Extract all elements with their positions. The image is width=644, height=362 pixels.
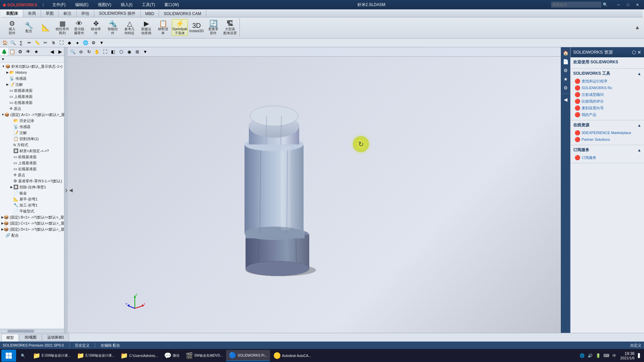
- sidebar-icon-settings[interactable]: ⚙: [561, 66, 570, 74]
- show-hide-button[interactable]: 👁 显示隐藏零件: [71, 19, 87, 36]
- taskbar-solidworks[interactable]: 🔵 SOLIDWORKS Pr...: [226, 350, 270, 361]
- link-partner[interactable]: 🔴 Partner Solutions: [573, 136, 641, 143]
- start-button[interactable]: [1, 350, 16, 362]
- large-assembly-button[interactable]: 🏗 大型装配体设置: [222, 19, 238, 36]
- view-more[interactable]: ▼: [142, 48, 149, 56]
- view-rotate[interactable]: ↻: [85, 48, 93, 56]
- toolbar-collapse[interactable]: ▲: [635, 24, 641, 31]
- link-injection[interactable]: 🔴 注射成型顾问: [573, 91, 641, 98]
- tree-fixed-c[interactable]: ▶ 📦 (固定) C<1> ->?(默认<<默认>_显...: [0, 220, 64, 226]
- tree-origin2[interactable]: ✛ 原点: [0, 172, 64, 178]
- sidebar-icon-star[interactable]: ★: [561, 75, 570, 83]
- tab-annotation[interactable]: 标注: [59, 10, 76, 17]
- sidebar-icon-gear2[interactable]: ⚙: [561, 84, 570, 92]
- show-desktop-btn[interactable]: ▋: [636, 352, 643, 359]
- linear-pattern-button[interactable]: ▦ 线性零件阵列: [54, 19, 70, 36]
- view-btn-settings[interactable]: ⚙: [90, 39, 97, 47]
- sys-icon-battery[interactable]: 🔋: [595, 352, 601, 359]
- tree-material[interactable]: 🔲 材质<未指定->->?: [0, 148, 64, 154]
- search-input[interactable]: [551, 2, 601, 8]
- tab-sw-cam[interactable]: SOLIDWORKS CAM: [159, 10, 206, 17]
- expand-root[interactable]: ▼: [1, 65, 5, 68]
- instant3d-button[interactable]: 3D Instant3D: [189, 19, 205, 36]
- panel-collapse-handle[interactable]: ❯: [64, 47, 68, 333]
- tree-process[interactable]: 🔧 加工-折弯1: [0, 202, 64, 208]
- subscription-collapse[interactable]: ▲: [637, 148, 641, 153]
- tree-base[interactable]: ⚙ 基准零件-零件3-1->?(默认): [0, 178, 64, 184]
- panel-expand-icon[interactable]: ⬡: [632, 50, 636, 55]
- menubar-edit[interactable]: 编辑(E): [72, 0, 92, 9]
- view-btn-sum[interactable]: ∑: [17, 39, 25, 47]
- mate-button[interactable]: 🔧 配合: [21, 19, 37, 36]
- view-section[interactable]: ◧: [109, 48, 117, 56]
- scrollbar-thumb[interactable]: [7, 330, 34, 333]
- tree-origin[interactable]: ✛ 原点: [0, 106, 64, 112]
- replace-component-button[interactable]: 🔄 更换零部件: [205, 19, 221, 36]
- taskbar-file-explorer1[interactable]: 📁 E:\SW钣金设计课...: [30, 350, 73, 361]
- restore-button[interactable]: □: [624, 2, 632, 8]
- view-fit[interactable]: ⛶: [101, 48, 109, 56]
- expand-fixed-b[interactable]: ▶: [1, 216, 4, 219]
- sidebar-icon-home[interactable]: 🏠: [561, 49, 570, 57]
- tree-annot2[interactable]: 📝 注解: [0, 130, 64, 136]
- tree-annotation[interactable]: ▶ 📝 注解: [0, 81, 64, 87]
- tab-layout[interactable]: 布局: [23, 10, 41, 17]
- left-panel-collapse[interactable]: ◀: [69, 187, 73, 193]
- tree-flat[interactable]: 📄 平板型式: [0, 208, 64, 214]
- view-btn-pencil[interactable]: ✏: [25, 39, 33, 47]
- link-sw-rx[interactable]: 🔴 SOLIDWORKS Rx: [573, 84, 641, 91]
- tab-mbd[interactable]: MBD: [141, 10, 159, 17]
- expand-fixed-a[interactable]: ▼: [1, 113, 4, 116]
- speedpak-button[interactable]: ⚡ Speedpak子装体: [172, 19, 188, 36]
- view-btn-more[interactable]: ▼: [98, 39, 105, 47]
- tree-sheet[interactable]: 📄 钣金: [0, 190, 64, 196]
- tree-sensor2[interactable]: 📡 传感器: [0, 124, 64, 130]
- view-zoom-out[interactable]: ⊖: [77, 48, 85, 56]
- menubar-help[interactable]: [185, 0, 192, 9]
- menubar-window[interactable]: 窗口(W): [161, 0, 182, 9]
- taskbar-sw-dvd[interactable]: 🎬 SW钣金实例DVD...: [183, 350, 226, 361]
- tree-front-plane[interactable]: ▭ 前视基准面: [0, 87, 64, 94]
- system-clock[interactable]: 19:36 2021/1/6: [620, 351, 635, 360]
- tree-fixed-b[interactable]: ▶ 📦 (固定) B<1> ->?(默认<<默认>_显...: [0, 214, 64, 220]
- taskbar-search[interactable]: 🔍: [17, 350, 30, 361]
- bom-button[interactable]: 📋 材料清单: [155, 19, 171, 36]
- taskbar-autocad[interactable]: 🟡 Autodesk AutoCA...: [271, 350, 314, 361]
- tree-cut1[interactable]: 📋 切割消单(1): [0, 136, 64, 142]
- view-btn-cursor[interactable]: 🖱: [50, 39, 57, 47]
- tab-motion[interactable]: 运动算例1: [42, 334, 69, 341]
- sys-icon-volume[interactable]: 🔊: [587, 352, 593, 359]
- view-wireframe[interactable]: ⬡: [117, 48, 125, 56]
- view-ref-triad[interactable]: ⊞: [133, 48, 141, 56]
- tree-history[interactable]: ▶ 📂 History: [0, 69, 64, 75]
- sys-icon-network[interactable]: 🌐: [579, 352, 585, 359]
- tree-mate[interactable]: 🔗 配合: [0, 232, 64, 238]
- view-btn-circle[interactable]: ●: [74, 39, 81, 47]
- taskbar-file-explorer3[interactable]: 📁 C:\Users\Adminis...: [118, 350, 161, 361]
- new-motion-button[interactable]: ▶ 新建运动算例: [138, 19, 154, 36]
- tree-sensor[interactable]: 📡 传感器: [0, 75, 64, 81]
- toolbar-btn3[interactable]: 📐: [38, 19, 54, 36]
- link-find-run[interactable]: 🔴 查找和运行程序: [573, 78, 641, 84]
- feat-tab-custom[interactable]: ★: [32, 48, 40, 56]
- tab-sketch[interactable]: 草图: [41, 10, 59, 17]
- right-panel-toggle[interactable]: ◀: [561, 96, 570, 104]
- search-icon[interactable]: 🔍: [603, 2, 608, 7]
- tree-cut-thin[interactable]: ▶ 🔲 切除-拉伸-薄壁1: [0, 184, 64, 190]
- tab-sw-plugins[interactable]: SOLIDWORKS 插件: [94, 10, 141, 17]
- tree-hist-rec[interactable]: 📂 历史记录: [0, 118, 64, 124]
- menubar-tools[interactable]: 工具(T): [139, 0, 158, 9]
- view-btn-shape[interactable]: ◆: [66, 39, 73, 47]
- taskbar-wechat[interactable]: 💬 微信: [161, 350, 182, 361]
- online-collapse[interactable]: ▲: [637, 123, 641, 128]
- feat-tab-nav-left[interactable]: ◀: [48, 48, 56, 56]
- tree-front2[interactable]: ▭ 前视基准面: [0, 154, 64, 160]
- expand-fixed-c[interactable]: ▶: [1, 222, 4, 225]
- link-compare-rating[interactable]: 🔴 比较我的评分: [573, 98, 641, 105]
- tree-fixed-a[interactable]: ▼ 📦 (固定) A<1> ->?(默认<<默认>_显...: [0, 112, 64, 118]
- view-btn-cut[interactable]: ✂: [42, 39, 49, 47]
- taskbar-file-explorer2[interactable]: 📁 E:\SW钣金设计课...: [74, 350, 117, 361]
- tree-top-plane[interactable]: ▭ 上视基准面: [0, 94, 64, 100]
- tree-equation[interactable]: fx 方程式: [0, 142, 64, 148]
- ref-geom-button[interactable]: △ 参考几何特征: [121, 19, 138, 36]
